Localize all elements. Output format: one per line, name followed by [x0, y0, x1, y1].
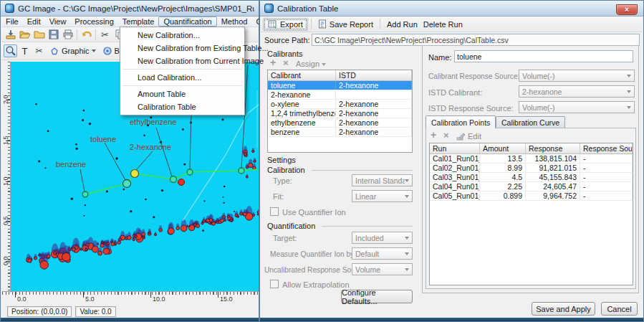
- close-button[interactable]: ×: [616, 4, 638, 15]
- add-calibrant-icon[interactable]: +: [270, 58, 276, 67]
- table-row[interactable]: o-xylene2-hexanone: [268, 100, 412, 109]
- menu-method[interactable]: Method: [217, 16, 252, 27]
- graphic-shape-icon: [49, 46, 59, 56]
- open-folder-icon[interactable]: [18, 28, 32, 41]
- trimethylbenzene-peak-marker[interactable]: [239, 168, 244, 174]
- table-row[interactable]: 1,2,4 trimethylbenzene2-hexanone: [268, 109, 412, 118]
- table-row[interactable]: Cal01_Run01_Im... 13.5 138,815.104 -: [430, 154, 633, 164]
- window-bottom-border: [1, 318, 259, 321]
- group-divider: [322, 226, 413, 227]
- export-icon: [268, 19, 277, 29]
- close-folder-icon[interactable]: [32, 28, 46, 41]
- graphic-tool-dropdown[interactable]: Graphic: [47, 45, 99, 57]
- fit-label: Fit:: [273, 192, 284, 201]
- type-label: Type:: [273, 176, 292, 185]
- ethylbenzene-peak-marker[interactable]: [170, 176, 177, 183]
- cancel-button[interactable]: Cancel: [601, 302, 638, 316]
- menu-item-load-calibration[interactable]: Load Calibration...: [120, 71, 244, 84]
- report-icon: [318, 19, 327, 29]
- name-field[interactable]: [454, 50, 633, 62]
- tab-calibration-curve[interactable]: Calibration Curve: [496, 116, 565, 128]
- chevron-down-icon: [92, 49, 96, 52]
- calibrant-response-source-select[interactable]: Volume(-): [519, 70, 635, 82]
- uncalibrated-response-select[interactable]: Volume: [352, 263, 413, 275]
- window-bottom-border: [260, 318, 643, 321]
- save-icon[interactable]: [47, 28, 60, 41]
- menu-item-calibration-table[interactable]: Calibration Table: [120, 100, 244, 113]
- value-readout: Value: 0.0: [75, 306, 115, 317]
- delete-run-button[interactable]: Delete Run: [423, 19, 466, 30]
- edit-pencil-icon[interactable]: [456, 131, 466, 141]
- o-xylene-peak-marker[interactable]: [187, 169, 193, 175]
- toolbar-separator: [95, 29, 96, 40]
- add-run-button[interactable]: Add Run: [383, 19, 421, 30]
- y-tick-label: 1.5: [2, 133, 9, 145]
- menu-quantification[interactable]: Quantification: [158, 16, 216, 27]
- gc-image-window: GC Image - C:\GC Image\Project\NewProjec…: [0, 0, 259, 322]
- delete-point-icon[interactable]: ×: [443, 131, 449, 140]
- chevron-down-icon: [405, 179, 409, 182]
- save-and-apply-button[interactable]: Save and Apply: [532, 302, 595, 316]
- save-report-button[interactable]: Save Report: [314, 18, 377, 30]
- y-tick-label: 2.0: [2, 93, 9, 104]
- menu-edit[interactable]: Edit: [23, 16, 45, 27]
- import-image-icon[interactable]: [4, 28, 17, 41]
- text-tool-icon[interactable]: T: [18, 44, 32, 57]
- calibration-table-dialog: Calibration Table × Export Save Report A…: [259, 0, 644, 322]
- menu-item-new-calibration[interactable]: New Calibration...: [120, 29, 244, 42]
- target-select[interactable]: Included: [352, 232, 413, 244]
- table-row[interactable]: ethylbenzene2-hexanone: [268, 118, 412, 128]
- type-select[interactable]: Internal Standard: [352, 174, 413, 186]
- zoom-tool-icon[interactable]: [4, 44, 17, 57]
- polygon-cut-tool-icon[interactable]: ✂: [32, 44, 46, 57]
- chevron-down-icon: [405, 195, 409, 198]
- benzene-peak-marker[interactable]: [82, 191, 88, 197]
- calibrants-table[interactable]: Calibrant ISTD toluene2-hexanone 2-hexan…: [267, 70, 413, 153]
- export-button[interactable]: Export: [263, 18, 308, 31]
- table-row[interactable]: Cal04_Run01_Im... 2.25 24,605.47 -: [430, 182, 633, 191]
- table-row[interactable]: 2-hexanone: [268, 90, 412, 100]
- menu-template[interactable]: Template: [118, 16, 159, 27]
- allow-extrapolation-checkbox[interactable]: [270, 280, 279, 288]
- allow-extrapolation-label: Allow Extrapolation: [282, 280, 350, 289]
- table-row[interactable]: toluene2-hexanone: [268, 81, 412, 90]
- istd-response-source-select[interactable]: Volume(-): [519, 101, 635, 113]
- table-row[interactable]: Cal02_Run01_Im... 8.99 91,821.015 -: [430, 164, 633, 173]
- tab-calibration-points[interactable]: Calibration Points: [426, 115, 496, 128]
- calibration-points-table[interactable]: Run Amount Response Response Source Cal0…: [429, 143, 633, 285]
- use-quantifier-ion-label: Use Quantifier Ion: [282, 208, 346, 217]
- graphic-tool-label: Graphic: [62, 47, 90, 55]
- assign-dropdown[interactable]: Assign: [296, 60, 319, 68]
- menu-view[interactable]: View: [45, 16, 71, 27]
- use-quantifier-ion-checkbox[interactable]: [270, 207, 279, 216]
- table-row[interactable]: Cal05_Run01_Im... 0.899 9,964.752 -: [430, 191, 633, 201]
- x-tick-label: 15.0: [220, 295, 233, 303]
- configure-defaults-button[interactable]: Configure Defaults...: [341, 290, 413, 303]
- settings-label: Settings: [267, 156, 296, 164]
- menu-item-new-calibration-current[interactable]: New Calibration from Current Image: [120, 55, 244, 67]
- source-path-field[interactable]: [312, 34, 640, 46]
- peak-label-toluene: toluene: [90, 135, 116, 143]
- menu-item-amount-table[interactable]: Amount Table: [120, 87, 244, 100]
- fit-select[interactable]: Linear: [352, 190, 413, 202]
- cut-icon[interactable]: ✂: [98, 28, 112, 41]
- undo-icon[interactable]: [80, 28, 93, 41]
- menu-processing[interactable]: Processing: [70, 16, 117, 27]
- quantification-group-label: Quantification: [267, 222, 315, 230]
- main-title-bar[interactable]: GC Image - C:\GC Image\Project\NewProjec…: [1, 1, 259, 16]
- table-row[interactable]: Cal03_Run01_Im... 4.5 45,155.843 -: [430, 173, 633, 182]
- 2-hexanone-peak-marker[interactable]: [131, 170, 139, 178]
- toolbar-separator: [311, 19, 312, 29]
- menu-file[interactable]: File: [1, 16, 23, 27]
- table-row[interactable]: benzene2-hexanone: [268, 128, 412, 137]
- add-point-icon[interactable]: +: [431, 131, 436, 139]
- toluene-peak-marker[interactable]: [123, 180, 131, 188]
- print-icon[interactable]: [61, 28, 75, 41]
- istd-calibrant-select[interactable]: 2-hexanone: [519, 85, 635, 98]
- dialog-title-bar[interactable]: Calibration Table: [260, 1, 643, 16]
- y-tick-label: 1.0: [2, 174, 9, 186]
- measure-quantifier-select[interactable]: Default: [352, 247, 413, 260]
- peak-label-2-hexanone: 2-hexanone: [130, 143, 171, 151]
- menu-item-new-calibration-existing[interactable]: New Calibration from Existing Table...: [120, 42, 244, 55]
- delete-calibrant-icon[interactable]: ×: [283, 59, 289, 67]
